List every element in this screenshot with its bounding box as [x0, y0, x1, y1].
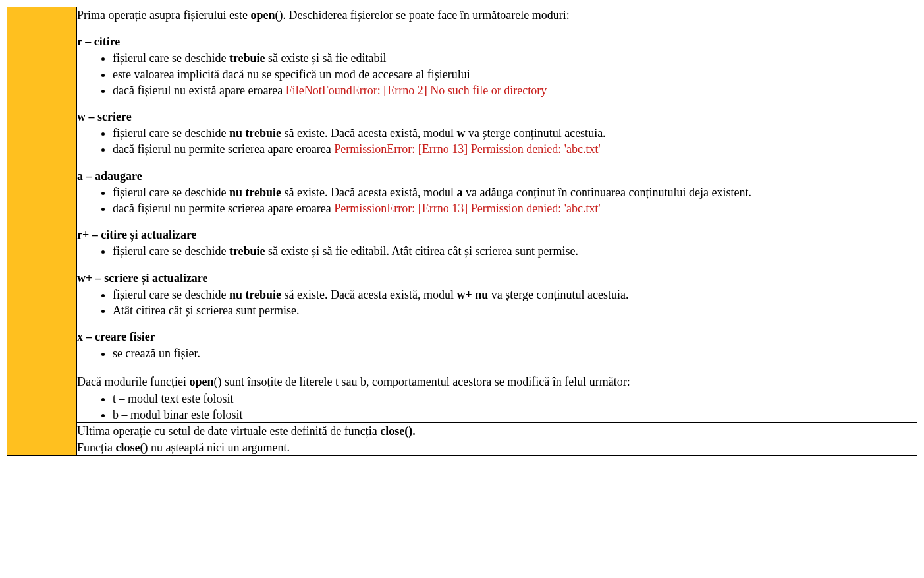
mode-w-list: fișierul care se deschide nu trebuie să …	[77, 125, 917, 158]
error-text: PermissionError: [Errno 13] Permission d…	[334, 202, 600, 215]
list-item: fișierul care se deschide trebuie să exi…	[113, 243, 917, 259]
mode-rplus-head: r+ – citire și actualizare	[77, 228, 917, 242]
mode-x-head: x – creare fisier	[77, 330, 917, 344]
error-text: PermissionError: [Errno 13] Permission d…	[334, 142, 600, 156]
mode-a-head: a – adaugare	[77, 169, 917, 183]
list-item: fișierul care se deschide nu trebuie să …	[113, 287, 917, 303]
sidebar-cell	[7, 7, 77, 456]
footer-cell: Ultima operație cu setul de date virtual…	[77, 423, 917, 456]
mode-wplus-head: w+ – scriere și actualizare	[77, 272, 917, 285]
list-item: dacă fișierul nu permite scrierea apare …	[113, 141, 917, 157]
list-item: se crează un fișier.	[113, 345, 917, 361]
list-item: fișierul care se deschide nu trebuie să …	[113, 125, 917, 141]
mode-w-head: w – scriere	[77, 110, 917, 124]
list-item: fișierul care se deschide trebuie să exi…	[113, 50, 917, 66]
list-item: t – modul text este folosit	[113, 391, 917, 407]
footer-line-2: Funcția close() nu așteaptă nici un argu…	[77, 440, 917, 455]
mode-rplus-list: fișierul care se deschide trebuie să exi…	[77, 243, 917, 259]
mode-r-head: r – citire	[77, 35, 917, 49]
intro-text-1: Prima operație asupra fișierului este	[77, 9, 250, 22]
doc-table: Prima operație asupra fișierului este op…	[7, 7, 917, 456]
list-item: este valoarea implicită dacă nu se speci…	[113, 67, 917, 82]
main-content-cell: Prima operație asupra fișierului este op…	[77, 7, 917, 423]
list-item: b – modul binar este folosit	[113, 407, 917, 422]
intro-text-2: (). Deschiderea fișierelor se poate face…	[275, 9, 569, 22]
intro-open-bold: open	[250, 9, 275, 22]
list-item: fișierul care se deschide nu trebuie să …	[113, 185, 917, 200]
mode-r-list: fișierul care se deschide trebuie să exi…	[77, 50, 917, 98]
intro-paragraph: Prima operație asupra fișierului este op…	[77, 7, 917, 23]
tb-intro: Dacă modurile funcției open() sunt însoț…	[77, 374, 917, 390]
mode-wplus-list: fișierul care se deschide nu trebuie să …	[77, 287, 917, 319]
list-item: Atât citirea cât și scrierea sunt permis…	[113, 303, 917, 318]
mode-x-list: se crează un fișier.	[77, 345, 917, 361]
mode-a-list: fișierul care se deschide nu trebuie să …	[77, 185, 917, 217]
list-item: dacă fișierul nu există apare eroarea Fi…	[113, 82, 917, 98]
list-item: dacă fișierul nu permite scrierea apare …	[113, 200, 917, 216]
tb-list: t – modul text este folosit b – modul bi…	[77, 391, 917, 423]
footer-line-1: Ultima operație cu setul de date virtual…	[77, 423, 917, 439]
error-text: FileNotFoundError: [Errno 2] No such fil…	[286, 84, 547, 97]
